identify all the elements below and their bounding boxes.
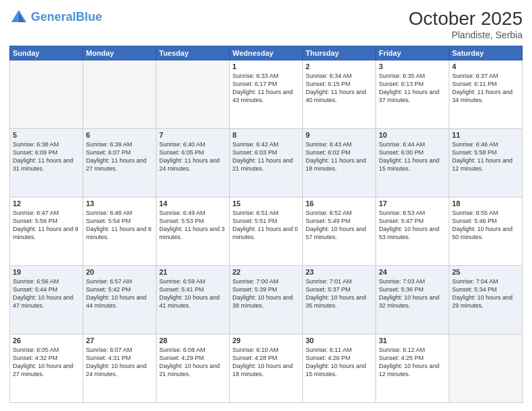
day-info: Sunrise: 6:35 AM Sunset: 6:13 PM Dayligh… — [379, 72, 446, 105]
logo-general: General — [31, 10, 76, 24]
day-number: 19 — [13, 268, 80, 276]
day-info: Sunrise: 6:46 AM Sunset: 5:58 PM Dayligh… — [452, 140, 519, 173]
table-row: 14Sunrise: 6:49 AM Sunset: 5:53 PM Dayli… — [157, 197, 230, 266]
day-info: Sunrise: 6:59 AM Sunset: 5:41 PM Dayligh… — [159, 277, 226, 310]
table-row: 21Sunrise: 6:59 AM Sunset: 5:41 PM Dayli… — [157, 266, 230, 334]
header-saturday: Saturday — [449, 46, 523, 60]
day-info: Sunrise: 6:43 AM Sunset: 6:02 PM Dayligh… — [306, 140, 373, 173]
day-number: 24 — [379, 268, 446, 276]
day-info: Sunrise: 6:11 AM Sunset: 4:26 PM Dayligh… — [306, 346, 373, 379]
day-info: Sunrise: 6:37 AM Sunset: 6:11 PM Dayligh… — [452, 72, 519, 105]
table-row: 22Sunrise: 7:00 AM Sunset: 5:39 PM Dayli… — [230, 266, 303, 334]
day-info: Sunrise: 6:52 AM Sunset: 5:49 PM Dayligh… — [306, 209, 373, 242]
day-info: Sunrise: 6:08 AM Sunset: 4:29 PM Dayligh… — [159, 346, 226, 379]
header-tuesday: Tuesday — [157, 46, 230, 60]
table-row: 5Sunrise: 6:38 AM Sunset: 6:09 PM Daylig… — [10, 129, 83, 197]
header-sunday: Sunday — [10, 46, 83, 60]
table-row: 8Sunrise: 6:42 AM Sunset: 6:03 PM Daylig… — [230, 129, 303, 197]
day-info: Sunrise: 6:57 AM Sunset: 5:42 PM Dayligh… — [86, 277, 153, 310]
day-info: Sunrise: 7:04 AM Sunset: 5:34 PM Dayligh… — [452, 277, 519, 310]
table-row: 30Sunrise: 6:11 AM Sunset: 4:26 PM Dayli… — [303, 334, 376, 403]
day-info: Sunrise: 6:05 AM Sunset: 4:32 PM Dayligh… — [13, 346, 80, 379]
day-number: 27 — [86, 336, 153, 345]
day-info: Sunrise: 6:40 AM Sunset: 6:05 PM Dayligh… — [159, 140, 226, 173]
table-row: 9Sunrise: 6:43 AM Sunset: 6:02 PM Daylig… — [303, 129, 376, 197]
table-row: 15Sunrise: 6:51 AM Sunset: 5:51 PM Dayli… — [230, 197, 303, 266]
day-number: 3 — [379, 62, 446, 71]
table-row — [157, 60, 230, 129]
day-number: 22 — [232, 268, 300, 276]
day-number: 20 — [86, 268, 153, 276]
page: GeneralBlue October 2025 Plandiste, Serb… — [0, 0, 532, 411]
day-number: 18 — [452, 199, 519, 208]
header-monday: Monday — [83, 46, 157, 60]
table-row: 12Sunrise: 6:47 AM Sunset: 5:56 PM Dayli… — [10, 197, 83, 266]
title-block: October 2025 Plandiste, Serbia — [408, 8, 523, 40]
logo-icon — [9, 8, 28, 27]
day-number: 17 — [379, 199, 446, 208]
table-row — [449, 334, 523, 403]
day-number: 6 — [86, 131, 153, 139]
table-row — [10, 60, 83, 129]
table-row: 1Sunrise: 6:33 AM Sunset: 6:17 PM Daylig… — [230, 60, 303, 129]
day-info: Sunrise: 6:33 AM Sunset: 6:17 PM Dayligh… — [232, 72, 300, 105]
day-number: 30 — [306, 336, 373, 345]
table-row: 2Sunrise: 6:34 AM Sunset: 6:15 PM Daylig… — [303, 60, 376, 129]
day-info: Sunrise: 6:48 AM Sunset: 5:54 PM Dayligh… — [86, 209, 153, 242]
day-number: 1 — [232, 62, 300, 71]
day-number: 7 — [159, 131, 226, 139]
table-row: 6Sunrise: 6:39 AM Sunset: 6:07 PM Daylig… — [83, 129, 157, 197]
day-number: 14 — [159, 199, 226, 208]
day-number: 15 — [232, 199, 300, 208]
day-number: 10 — [379, 131, 446, 139]
table-row: 27Sunrise: 6:07 AM Sunset: 4:31 PM Dayli… — [83, 334, 157, 403]
table-row: 16Sunrise: 6:52 AM Sunset: 5:49 PM Dayli… — [303, 197, 376, 266]
table-row: 7Sunrise: 6:40 AM Sunset: 6:05 PM Daylig… — [157, 129, 230, 197]
table-row: 23Sunrise: 7:01 AM Sunset: 5:37 PM Dayli… — [303, 266, 376, 334]
day-number: 13 — [86, 199, 153, 208]
table-row: 17Sunrise: 6:53 AM Sunset: 5:47 PM Dayli… — [376, 197, 449, 266]
weekday-header-row: Sunday Monday Tuesday Wednesday Thursday… — [10, 46, 523, 60]
day-info: Sunrise: 6:34 AM Sunset: 6:15 PM Dayligh… — [306, 72, 373, 105]
header-wednesday: Wednesday — [230, 46, 303, 60]
day-number: 29 — [232, 336, 300, 345]
calendar-row-5: 26Sunrise: 6:05 AM Sunset: 4:32 PM Dayli… — [10, 334, 523, 403]
header: GeneralBlue October 2025 Plandiste, Serb… — [9, 8, 523, 40]
day-number: 2 — [306, 62, 373, 71]
day-info: Sunrise: 7:01 AM Sunset: 5:37 PM Dayligh… — [306, 277, 373, 310]
table-row: 25Sunrise: 7:04 AM Sunset: 5:34 PM Dayli… — [449, 266, 523, 334]
table-row: 10Sunrise: 6:44 AM Sunset: 6:00 PM Dayli… — [376, 129, 449, 197]
day-info: Sunrise: 6:53 AM Sunset: 5:47 PM Dayligh… — [379, 209, 446, 242]
day-number: 25 — [452, 268, 519, 276]
location: Plandiste, Serbia — [408, 30, 523, 40]
table-row: 19Sunrise: 6:56 AM Sunset: 5:44 PM Dayli… — [10, 266, 83, 334]
calendar-row-4: 19Sunrise: 6:56 AM Sunset: 5:44 PM Dayli… — [10, 266, 523, 334]
table-row: 18Sunrise: 6:55 AM Sunset: 5:46 PM Dayli… — [449, 197, 523, 266]
day-number: 16 — [306, 199, 373, 208]
calendar-row-3: 12Sunrise: 6:47 AM Sunset: 5:56 PM Dayli… — [10, 197, 523, 266]
table-row: 3Sunrise: 6:35 AM Sunset: 6:13 PM Daylig… — [376, 60, 449, 129]
header-friday: Friday — [376, 46, 449, 60]
day-number: 11 — [452, 131, 519, 139]
day-info: Sunrise: 6:55 AM Sunset: 5:46 PM Dayligh… — [452, 209, 519, 242]
day-number: 28 — [159, 336, 226, 345]
table-row: 13Sunrise: 6:48 AM Sunset: 5:54 PM Dayli… — [83, 197, 157, 266]
day-number: 8 — [232, 131, 300, 139]
table-row: 31Sunrise: 6:12 AM Sunset: 4:25 PM Dayli… — [376, 334, 449, 403]
table-row: 11Sunrise: 6:46 AM Sunset: 5:58 PM Dayli… — [449, 129, 523, 197]
calendar-row-2: 5Sunrise: 6:38 AM Sunset: 6:09 PM Daylig… — [10, 129, 523, 197]
day-number: 23 — [306, 268, 373, 276]
month-title: October 2025 — [408, 8, 523, 30]
logo-text: GeneralBlue — [31, 11, 102, 24]
calendar: Sunday Monday Tuesday Wednesday Thursday… — [9, 46, 523, 403]
day-number: 26 — [13, 336, 80, 345]
day-number: 5 — [13, 131, 80, 139]
day-info: Sunrise: 6:07 AM Sunset: 4:31 PM Dayligh… — [86, 346, 153, 379]
logo-blue: Blue — [76, 10, 102, 24]
day-info: Sunrise: 6:49 AM Sunset: 5:53 PM Dayligh… — [159, 209, 226, 242]
table-row: 28Sunrise: 6:08 AM Sunset: 4:29 PM Dayli… — [157, 334, 230, 403]
day-info: Sunrise: 6:10 AM Sunset: 4:28 PM Dayligh… — [232, 346, 300, 379]
day-info: Sunrise: 7:03 AM Sunset: 5:36 PM Dayligh… — [379, 277, 446, 310]
day-number: 4 — [452, 62, 519, 71]
header-thursday: Thursday — [303, 46, 376, 60]
